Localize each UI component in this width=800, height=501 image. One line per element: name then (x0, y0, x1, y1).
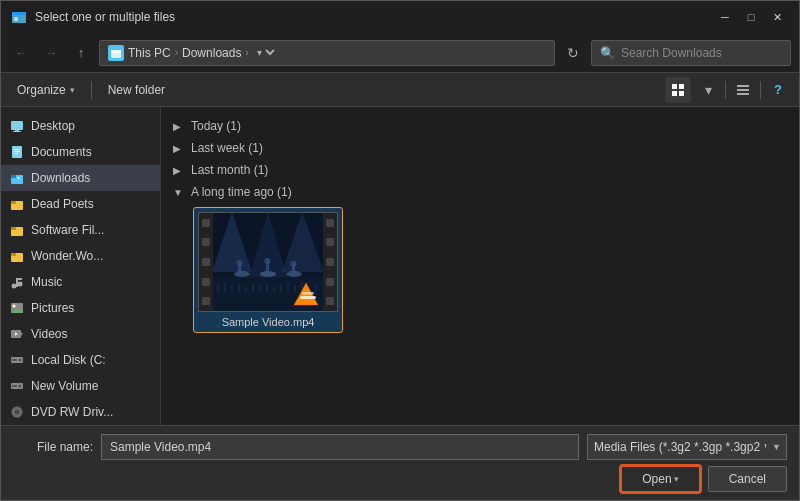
search-icon: 🔍 (600, 46, 615, 60)
filename-label: File name: (13, 440, 93, 454)
view-dropdown-button[interactable]: ▾ (695, 77, 721, 103)
sidebar-label-music: Music (31, 275, 62, 289)
svg-point-60 (291, 261, 297, 267)
svg-rect-69 (273, 286, 275, 292)
svg-rect-20 (11, 175, 16, 178)
sidebar-label-documents: Documents (31, 145, 92, 159)
film-hole (202, 219, 210, 227)
film-hole (202, 258, 210, 266)
file-area: ▶ Today (1) ▶ Last week (1) ▶ Last month… (161, 107, 799, 425)
svg-point-56 (237, 260, 243, 266)
sidebar-item-desktop[interactable]: Desktop (1, 113, 160, 139)
search-box: 🔍 (591, 40, 791, 66)
group-lastmonth-chevron: ▶ (173, 165, 187, 176)
sidebar-item-deadpoets[interactable]: Dead Poets (1, 191, 160, 217)
film-hole (326, 219, 334, 227)
location-icon (108, 45, 124, 61)
svg-rect-23 (11, 201, 16, 204)
file-item-samplevideo[interactable]: Sample Video.mp4 (193, 207, 343, 333)
svg-marker-36 (21, 332, 23, 336)
videos-icon (9, 326, 25, 342)
film-strip-left (199, 213, 213, 311)
filename-input[interactable] (101, 434, 579, 460)
svg-point-33 (13, 305, 16, 308)
refresh-button[interactable]: ↻ (561, 41, 585, 65)
bottom-bar: File name: Media Files (*.3g2 *.3gp *.3g… (1, 425, 799, 500)
window-controls: ─ □ ✕ (713, 7, 789, 27)
sidebar-item-music[interactable]: Music (1, 269, 160, 295)
organize-button[interactable]: Organize ▾ (9, 80, 83, 100)
filename-row: File name: Media Files (*.3g2 *.3gp *.3g… (13, 434, 787, 460)
group-lastmonth[interactable]: ▶ Last month (1) (173, 159, 787, 181)
documents-icon (9, 144, 25, 160)
vlc-cone-svg (292, 280, 320, 308)
svg-rect-70 (280, 284, 282, 292)
group-longtime[interactable]: ▼ A long time ago (1) (173, 181, 787, 203)
svg-rect-65 (245, 286, 247, 292)
open-dropdown-arrow: ▾ (674, 474, 679, 484)
desktop-icon (9, 118, 25, 134)
sidebar-item-dvdrw[interactable]: DVD RW Driv... (1, 399, 160, 425)
svg-point-58 (265, 258, 271, 264)
sidebar-item-localdisk[interactable]: Local Disk (C: (1, 347, 160, 373)
maximize-button[interactable]: □ (739, 7, 763, 27)
new-folder-button[interactable]: New folder (100, 80, 173, 100)
breadcrumb-sep1: › (175, 47, 178, 58)
film-hole (202, 297, 210, 305)
filetype-select[interactable]: Media Files (*.3g2 *.3gp *.3gp2 ∨ (587, 434, 787, 460)
sidebar-label-downloads: Downloads (31, 171, 90, 185)
svg-rect-40 (12, 359, 17, 361)
svg-rect-1 (12, 12, 26, 15)
open-button[interactable]: Open ▾ (621, 466, 699, 492)
back-button[interactable]: ← (9, 41, 33, 65)
film-hole (326, 297, 334, 305)
group-lastweek[interactable]: ▶ Last week (1) (173, 137, 787, 159)
new-folder-label: New folder (108, 83, 165, 97)
film-hole (326, 258, 334, 266)
help-button[interactable]: ? (765, 77, 791, 103)
breadcrumb[interactable]: This PC › Downloads › ▾ (99, 40, 555, 66)
search-input[interactable] (621, 46, 782, 60)
organize-label: Organize (17, 83, 66, 97)
svg-rect-43 (12, 385, 17, 387)
deadpoets-icon (9, 196, 25, 212)
sidebar-item-pictures[interactable]: Pictures (1, 295, 160, 321)
file-label-samplevideo: Sample Video.mp4 (198, 316, 338, 328)
view-medium-icons-button[interactable] (665, 77, 691, 103)
view-details-button[interactable] (730, 77, 756, 103)
film-hole (202, 278, 210, 286)
group-today[interactable]: ▶ Today (1) (173, 115, 787, 137)
forward-button[interactable]: → (39, 41, 63, 65)
svg-point-29 (18, 282, 23, 287)
sidebar-item-downloads[interactable]: Downloads (1, 165, 160, 191)
filetype-wrapper: Media Files (*.3g2 *.3gp *.3gp2 ∨ (587, 434, 787, 460)
pictures-icon (9, 300, 25, 316)
downloads-icon (9, 170, 25, 186)
sidebar-item-documents[interactable]: Documents (1, 139, 160, 165)
breadcrumb-downloads: Downloads (182, 46, 241, 60)
sidebar-item-newvolume[interactable]: New Volume (1, 373, 160, 399)
svg-rect-4 (111, 50, 121, 53)
sidebar-label-localdisk: Local Disk (C: (31, 353, 106, 367)
sidebar-item-wonder[interactable]: Wonder.Wo... (1, 243, 160, 269)
sidebar-label-dvdrw: DVD RW Driv... (31, 405, 113, 419)
toolbar-sep (91, 81, 92, 99)
svg-rect-14 (13, 131, 21, 132)
cancel-button[interactable]: Cancel (708, 466, 787, 492)
sidebar-item-software[interactable]: Software Fil... (1, 217, 160, 243)
group-longtime-content: Sample Video.mp4 (173, 203, 787, 337)
svg-rect-61 (217, 284, 219, 292)
thumbnail-frame (198, 212, 338, 312)
sidebar-item-videos[interactable]: Videos (1, 321, 160, 347)
title-bar: Select one or multiple files ─ □ ✕ (1, 1, 799, 33)
minimize-button[interactable]: ─ (713, 7, 737, 27)
dialog-icon (11, 9, 27, 25)
sidebar-label-software: Software Fil... (31, 223, 104, 237)
svg-rect-6 (679, 84, 684, 89)
view-controls: ▾ ? (665, 77, 791, 103)
close-button[interactable]: ✕ (765, 7, 789, 27)
group-longtime-label: A long time ago (1) (191, 185, 292, 199)
up-button[interactable]: ↑ (69, 41, 93, 65)
svg-point-28 (12, 284, 17, 289)
breadcrumb-dropdown[interactable]: ▾ (253, 46, 278, 59)
